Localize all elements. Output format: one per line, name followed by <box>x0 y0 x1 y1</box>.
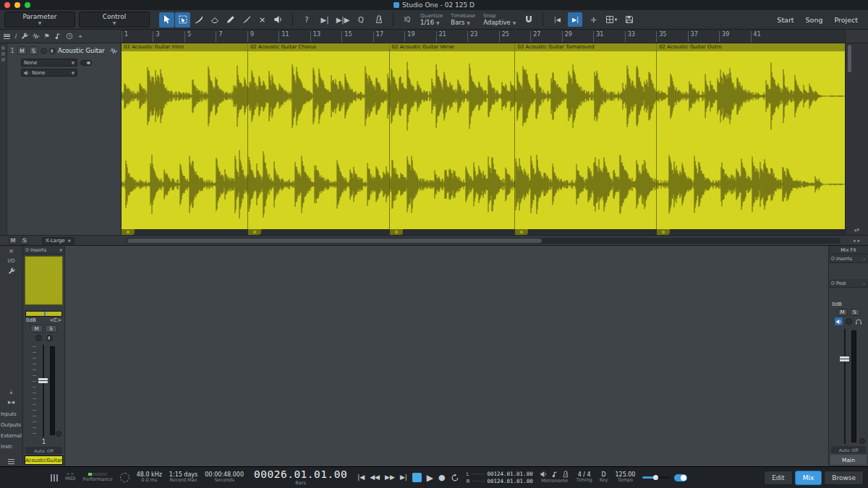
master-mute-button[interactable]: M <box>838 309 848 316</box>
mixfx-header[interactable]: Mix FX <box>829 246 868 254</box>
channel-solo-button[interactable]: S <box>45 325 57 333</box>
crosshair-button[interactable]: ✛ <box>586 12 600 27</box>
click-speaker-icon[interactable] <box>540 471 548 478</box>
metronome-icon[interactable] <box>562 471 569 478</box>
clip-loop-handle[interactable] <box>657 229 670 235</box>
add-track-button[interactable]: ＋ <box>77 32 84 41</box>
master-inserts-header[interactable]: Inserts ＋ <box>829 254 868 263</box>
fader-cap[interactable] <box>38 378 48 383</box>
master-dim-button[interactable] <box>846 318 852 325</box>
parameter-dropdown[interactable]: Parameter▼ <box>4 12 75 27</box>
plus-icon[interactable]: ＋ <box>862 257 866 261</box>
mute-tool-button[interactable]: × <box>255 12 270 27</box>
track-automation-select[interactable]: None▼ <box>21 59 77 67</box>
marker-flag-icon[interactable]: ⚑ <box>44 33 50 40</box>
track-list-menu-icon[interactable] <box>4 34 10 39</box>
loop-end-row[interactable]: R 00124.01.01.00 <box>467 478 533 484</box>
play-skip-button[interactable]: ▶|▶ <box>336 12 350 27</box>
plus-icon[interactable]: ＋ <box>862 281 866 286</box>
inspector-button[interactable]: i <box>14 33 17 40</box>
track-solo-button[interactable]: S <box>29 46 38 55</box>
power-dot-icon[interactable] <box>25 248 29 252</box>
track-name[interactable]: Acoustic Guitar <box>58 47 107 54</box>
master-aux-knob[interactable] <box>859 438 865 444</box>
play-from-cursor-button[interactable]: ▶| <box>318 12 332 27</box>
snap-toggle-button[interactable] <box>522 12 536 27</box>
edit-view-button[interactable]: Edit <box>764 471 792 485</box>
io-toggle[interactable]: I/O <box>8 258 15 264</box>
track-layout-button[interactable]: ▼ <box>604 12 618 27</box>
nav-song[interactable]: Song <box>806 16 823 24</box>
clip-title[interactable]: 02 Acoustic Guitar Outro <box>657 43 845 51</box>
zoom-controls[interactable]: ▴▾ <box>846 227 868 233</box>
clock-icon[interactable] <box>66 33 73 40</box>
track-monitor-button[interactable] <box>49 48 56 54</box>
ruler-track[interactable]: 1357911131517192123252729313335373941 <box>122 30 845 43</box>
vertical-scrollbar[interactable]: ▴▾ <box>845 43 868 235</box>
bend-tool-button[interactable] <box>239 12 254 27</box>
global-solo-button[interactable]: S <box>20 237 29 244</box>
console-nav-inputs[interactable]: Inputs <box>1 409 22 420</box>
preroll-metronome-button[interactable] <box>372 12 386 27</box>
power-dot-icon[interactable] <box>831 281 835 285</box>
tempo-block[interactable]: 125.00 Tempo <box>615 471 635 484</box>
mix-view-button[interactable]: Mix <box>795 471 822 485</box>
console-menu-icon[interactable] <box>8 459 14 464</box>
time-display-block[interactable]: 00:00:48.000 Seconds <box>205 471 244 484</box>
clip-loop-handle[interactable] <box>248 229 261 235</box>
paint-tool-button[interactable] <box>223 12 238 27</box>
wrench-icon[interactable] <box>21 33 28 40</box>
stop-button[interactable] <box>412 473 422 482</box>
master-gain-value[interactable]: 0dB <box>832 301 842 307</box>
go-to-end-button[interactable]: ▶| <box>400 474 407 481</box>
fast-forward-button[interactable]: ▶▶ <box>385 474 395 481</box>
listen-tool-button[interactable] <box>271 12 286 27</box>
transport-options-icon[interactable] <box>51 474 58 481</box>
control-dropdown[interactable]: Control▼ <box>79 12 150 27</box>
clip-loop-handle[interactable] <box>390 229 403 235</box>
rewind-button[interactable]: ◀◀ <box>370 474 380 481</box>
master-fader[interactable] <box>841 329 848 444</box>
range-tool-button[interactable] <box>175 12 190 27</box>
split-tool-button[interactable] <box>191 12 206 27</box>
console-nav-instr[interactable]: Instr. <box>1 442 22 453</box>
narrow-channels-icon[interactable]: ▸◂ <box>8 399 14 406</box>
position-display[interactable]: 00026.01.01.00 Bars <box>254 469 347 485</box>
eraser-tool-button[interactable] <box>207 12 222 27</box>
fader-cap[interactable] <box>840 356 849 361</box>
clip-title[interactable]: 02 Acoustic Guitar Intro <box>122 43 247 51</box>
track-output-select[interactable]: None▼ <box>21 69 77 77</box>
horizontal-scroll-thumb[interactable] <box>127 239 542 243</box>
channel-pan-control[interactable] <box>25 311 62 317</box>
master-solo-button[interactable]: S <box>850 309 860 316</box>
clips-area[interactable]: 02 Acoustic Guitar Intro02 Acoustic Guit… <box>122 43 845 235</box>
console-nav-external[interactable]: External <box>1 431 22 442</box>
autoscroll-left-button[interactable]: |◀ <box>550 12 564 27</box>
master-post-header[interactable]: Post ＋ <box>829 279 868 288</box>
track-height-select[interactable]: X-Large▼ <box>42 237 75 244</box>
track-header[interactable]: 1 M S Acoustic Guitar <box>9 45 119 56</box>
wrench-icon[interactable] <box>8 267 15 275</box>
monitor-volume-slider[interactable] <box>642 476 670 479</box>
play-button[interactable]: ▶ <box>427 474 433 482</box>
record-button[interactable]: ● <box>438 474 446 481</box>
channel-monitor-button[interactable] <box>46 335 53 341</box>
note-icon[interactable] <box>54 33 61 40</box>
nav-start[interactable]: Start <box>777 16 793 24</box>
zoom-q-button[interactable]: Q <box>354 12 368 27</box>
power-dot-icon[interactable] <box>831 257 835 260</box>
input-quantize-button[interactable]: IQ <box>400 12 414 27</box>
channel-inserts-header[interactable]: Inserts ▼ <box>23 246 64 254</box>
loop-start-row[interactable]: L 00124.01.01.00 <box>467 471 533 477</box>
console-nav-outputs[interactable]: Outputs <box>1 420 22 431</box>
audio-clip[interactable]: 02 Acoustic Guitar Verse <box>389 43 515 229</box>
collapse-down-icon[interactable]: ⇣ <box>9 389 14 395</box>
headphone-icon[interactable] <box>855 318 862 325</box>
master-automation-mode[interactable]: Auto: Off <box>831 446 866 453</box>
horizontal-scrollbar[interactable] <box>126 238 841 244</box>
audio-clip[interactable]: 02 Acoustic Guitar Outro <box>656 43 845 229</box>
channel-automation-mode[interactable]: Auto: Off <box>25 447 62 454</box>
audio-clip[interactable]: 02 Acoustic Guitar Turnaround <box>514 43 656 229</box>
track-record-arm-button[interactable] <box>41 48 47 54</box>
monitor-toggle[interactable] <box>674 474 687 481</box>
